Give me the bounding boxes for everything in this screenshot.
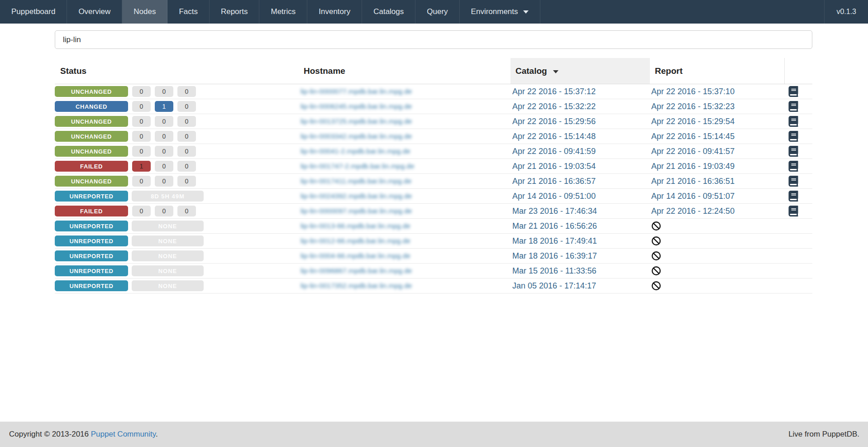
report-time-link[interactable]: Apr 21 2016 - 19:03:49: [651, 162, 734, 171]
report-time-link[interactable]: Apr 22 2016 - 12:24:50: [651, 207, 734, 216]
hostname-cell: lip-lin-0017411.mpdb.bar.lin.mpg.de: [297, 174, 510, 188]
column-header-hostname[interactable]: Hostname: [297, 58, 510, 84]
status-badge: UNREPORTED: [55, 280, 128, 291]
nav-item-inventory[interactable]: Inventory: [307, 0, 362, 24]
book-icon[interactable]: [788, 131, 798, 142]
hostname-link[interactable]: lip-lin-0096867.mpdb.bar.lin.mpg.de: [300, 267, 412, 275]
hostname-link[interactable]: lip-lin-0012-66.mpdb.bar.lin.mpg.de: [300, 237, 410, 245]
unreported-duration: NONE: [132, 280, 204, 291]
hostname-link[interactable]: lip-lin-00041-2.mpdb.bar.lin.mpg.de: [300, 147, 410, 155]
book-icon[interactable]: [788, 161, 798, 172]
catalog-time-link[interactable]: Apr 21 2016 - 16:36:57: [512, 177, 596, 186]
environments-label: Environments: [471, 7, 518, 16]
nav-item-nodes[interactable]: Nodes: [122, 0, 167, 24]
catalog-time-link[interactable]: Apr 22 2016 - 09:41:59: [512, 147, 596, 156]
report-cell: Apr 22 2016 - 15:14:45: [650, 129, 785, 144]
copyright-text: Copyright © 2013-2016 Puppet Community.: [9, 430, 788, 439]
column-header-report[interactable]: Report: [650, 58, 785, 84]
hostname-link[interactable]: lip-lin-0024392.mpdb.bar.lin.mpg.de: [300, 192, 412, 200]
event-count: 0: [177, 101, 196, 112]
catalog-time-link[interactable]: Apr 22 2016 - 15:29:56: [512, 117, 596, 126]
hostname-link[interactable]: lip-lin-0017352.mpdb.bar.lin.mpg.de: [300, 282, 412, 290]
ban-icon: [651, 221, 661, 231]
report-log-cell: [785, 189, 812, 203]
hostname-link[interactable]: lip-lin-001747-2.mpdb.bar.lin.mpg.de: [300, 162, 415, 170]
nav-item-reports[interactable]: Reports: [210, 0, 260, 24]
report-time-link[interactable]: Apr 14 2016 - 09:51:07: [651, 192, 734, 201]
hostname-link[interactable]: lip-lin-0000077.mpdb.bar.lin.mpg.de: [300, 87, 412, 96]
nav-item-environments[interactable]: Environments: [460, 0, 540, 24]
catalog-time-link[interactable]: Mar 21 2016 - 16:56:26: [512, 221, 597, 231]
table-row: UNCHANGED000lip-lin-00041-2.mpdb.bar.lin…: [55, 144, 812, 159]
report-time-link[interactable]: Apr 22 2016 - 15:14:45: [651, 132, 734, 141]
nav-item-overview[interactable]: Overview: [67, 0, 122, 24]
report-cell: [650, 249, 785, 263]
catalog-time-link[interactable]: Apr 22 2016 - 15:14:48: [512, 132, 596, 141]
event-count: 0: [155, 161, 173, 172]
report-log-cell: [785, 234, 812, 248]
table-row: UNREPORTEDNONElip-lin-0004-66.mpdb.bar.l…: [55, 249, 812, 264]
catalog-cell: Mar 15 2016 - 11:33:56: [510, 264, 650, 278]
hostname-link[interactable]: lip-lin-0004-66.mpdb.bar.lin.mpg.de: [300, 252, 410, 260]
report-time-link[interactable]: Apr 22 2016 - 15:29:54: [651, 117, 734, 126]
nav-item-catalogs[interactable]: Catalogs: [362, 0, 415, 24]
catalog-time-link[interactable]: Apr 21 2016 - 19:03:54: [512, 162, 596, 171]
catalog-time-link[interactable]: Mar 18 2016 - 17:49:41: [512, 236, 597, 246]
report-cell: Apr 14 2016 - 09:51:07: [650, 189, 785, 203]
status-cell: UNREPORTED8D 5H 49M: [55, 189, 297, 203]
column-header-status[interactable]: Status: [55, 58, 297, 84]
hostname-link[interactable]: lip-lin-0006245.mpdb.bar.lin.mpg.de: [300, 102, 412, 111]
catalog-time-link[interactable]: Mar 15 2016 - 11:33:56: [512, 266, 596, 276]
hostname-cell: lip-lin-0004-66.mpdb.bar.lin.mpg.de: [297, 249, 510, 263]
navbar-brand[interactable]: Puppetboard: [0, 0, 67, 24]
hostname-link[interactable]: lip-lin-0013-66.mpdb.bar.lin.mpg.de: [300, 222, 410, 230]
hostname-cell: lip-lin-0024392.mpdb.bar.lin.mpg.de: [297, 189, 510, 203]
table-row: UNREPORTEDNONElip-lin-0013-66.mpdb.bar.l…: [55, 219, 812, 234]
catalog-cell: Apr 22 2016 - 15:14:48: [510, 129, 650, 144]
puppet-community-link[interactable]: Puppet Community: [91, 430, 156, 438]
catalog-time-link[interactable]: Mar 23 2016 - 17:46:34: [512, 207, 597, 216]
book-icon[interactable]: [788, 191, 798, 202]
nav-item-facts[interactable]: Facts: [167, 0, 210, 24]
book-icon[interactable]: [788, 101, 798, 112]
book-icon[interactable]: [788, 86, 798, 97]
event-count: 0: [132, 101, 151, 112]
hostname-cell: lip-lin-0000077.mpdb.bar.lin.mpg.de: [297, 84, 510, 99]
report-time-link[interactable]: Apr 22 2016 - 15:32:23: [651, 102, 734, 111]
catalog-time-link[interactable]: Apr 22 2016 - 15:32:22: [512, 102, 596, 111]
catalog-time-link[interactable]: Apr 14 2016 - 09:51:00: [512, 192, 596, 201]
hostname-cell: lip-lin-0006245.mpdb.bar.lin.mpg.de: [297, 99, 510, 114]
status-badge: UNCHANGED: [55, 131, 128, 142]
hostname-link[interactable]: lip-lin-0017411.mpdb.bar.lin.mpg.de: [300, 177, 411, 185]
report-time-link[interactable]: Apr 21 2016 - 16:36:51: [651, 177, 734, 186]
book-icon[interactable]: [788, 176, 798, 187]
report-time-link[interactable]: Apr 22 2016 - 09:41:57: [651, 147, 734, 156]
event-count: 0: [132, 116, 151, 127]
status-cell: UNCHANGED000: [55, 129, 297, 144]
book-icon[interactable]: [788, 116, 798, 127]
report-cell: Apr 21 2016 - 19:03:49: [650, 159, 785, 173]
catalog-time-link[interactable]: Mar 18 2016 - 16:39:17: [512, 251, 597, 261]
node-filter-input[interactable]: [55, 30, 812, 49]
report-log-cell: [785, 264, 812, 278]
book-icon[interactable]: [788, 206, 798, 216]
table-header-row: Status Hostname Catalog Report: [55, 58, 812, 84]
live-from-puppetdb-text: Live from PuppetDB.: [788, 430, 859, 439]
hostname-link[interactable]: lip-lin-0003342.mpdb.bar.lin.mpg.de: [300, 132, 412, 140]
table-row: FAILED000lip-lin-0000097.mpdb.bar.lin.mp…: [55, 204, 812, 219]
column-header-catalog[interactable]: Catalog: [510, 58, 650, 84]
status-cell: UNCHANGED000: [55, 114, 297, 129]
report-time-link[interactable]: Apr 22 2016 - 15:37:10: [651, 87, 734, 96]
catalog-time-link[interactable]: Jan 05 2016 - 17:14:17: [512, 281, 596, 291]
hostname-link[interactable]: lip-lin-0000097.mpdb.bar.lin.mpg.de: [300, 207, 412, 215]
catalog-time-link[interactable]: Apr 22 2016 - 15:37:12: [512, 87, 596, 96]
unreported-duration: 8D 5H 49M: [132, 191, 204, 202]
book-icon[interactable]: [788, 146, 798, 157]
hostname-link[interactable]: lip-lin-0013725.mpdb.bar.lin.mpg.de: [300, 117, 412, 125]
nav-item-query[interactable]: Query: [415, 0, 459, 24]
report-log-cell: [785, 174, 812, 188]
event-count: 1: [132, 161, 151, 172]
nav-item-metrics[interactable]: Metrics: [259, 0, 307, 24]
hostname-cell: lip-lin-00041-2.mpdb.bar.lin.mpg.de: [297, 144, 510, 159]
status-badge: UNREPORTED: [55, 221, 128, 231]
